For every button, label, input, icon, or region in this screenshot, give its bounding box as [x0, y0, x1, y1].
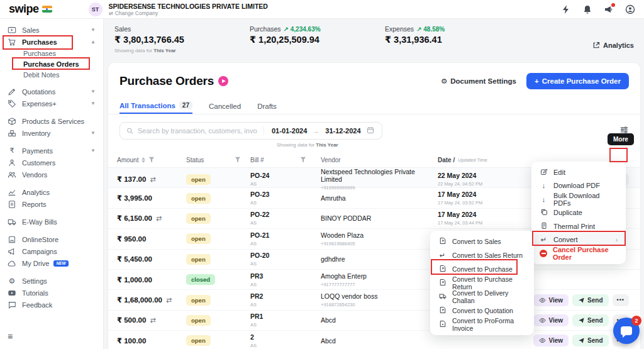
document-settings-button[interactable]: ⚙ Document Settings	[441, 77, 516, 86]
filter-funnel-icon[interactable]	[235, 157, 241, 164]
table-row[interactable]: ₹ 1,000.00 closed PR3AS Amogha Enterp+91…	[108, 270, 640, 290]
sidebar-item-inventory[interactable]: Inventory▼	[0, 127, 103, 139]
convert-submenu: Convert to Sales ↵ Convert to Sales Retu…	[430, 231, 534, 335]
submenu-item-convert-to-sales[interactable]: Convert to Sales	[430, 235, 534, 248]
sidebar-item-settings[interactable]: ⚙ Settings	[0, 275, 103, 287]
announcements-icon[interactable]	[604, 4, 614, 14]
chevron-right-icon: ›	[616, 236, 618, 243]
filter-funnel-icon[interactable]	[148, 157, 155, 164]
eye-icon	[539, 297, 546, 304]
submenu-item-convert-to-sales-return[interactable]: ↵ Convert to Sales Return	[430, 248, 534, 262]
bell-icon[interactable]	[582, 4, 592, 14]
tab-count-badge: 27	[179, 101, 192, 109]
sidebar-subitem-debit-notes[interactable]: Debit Notes	[0, 69, 103, 80]
india-flag-icon	[42, 6, 52, 13]
company-name: SPIDERSENSE TECHNOLOGIES PRIVATE LIMITED	[109, 3, 268, 10]
sidebar-subitem-purchases[interactable]: Purchases	[0, 48, 103, 58]
chart-icon	[8, 188, 16, 197]
sidebar-item-vendors[interactable]: Vendors	[0, 169, 103, 180]
menu-item-cancel-purchase-order[interactable]: Cancel Purchase Order	[531, 247, 626, 260]
chevron-down-icon: ▼	[91, 27, 96, 33]
cloud-icon	[8, 259, 16, 268]
chat-widget-button[interactable]: 2	[613, 318, 640, 344]
external-link-icon	[592, 42, 600, 49]
sidebar-item-feedback[interactable]: Feedback	[0, 299, 103, 311]
chat-bubble-icon	[8, 301, 16, 309]
create-purchase-order-button[interactable]: + Create Purchase Order	[526, 73, 629, 89]
analytics-link[interactable]: Analytics	[592, 36, 634, 53]
view-button[interactable]: View	[533, 314, 569, 326]
sidebar-subitem-purchase-orders[interactable]: Purchase Orders	[0, 58, 103, 69]
table-row[interactable]: ₹ 100.00 open 2AS Abcd View Send •••	[108, 331, 640, 349]
menu-item-download-pdf[interactable]: ↓ Download PDF	[531, 179, 626, 193]
chat-unread-badge: 2	[631, 316, 641, 326]
submenu-item-convert-to-purchase[interactable]: Convert to Purchase	[430, 262, 534, 276]
send-icon	[578, 317, 585, 324]
search-input[interactable]	[138, 127, 257, 135]
status-badge: open	[186, 295, 211, 306]
edit-icon	[540, 168, 548, 177]
sidebar-item-customers[interactable]: Customers	[0, 157, 103, 169]
company-avatar[interactable]: ST	[89, 3, 103, 16]
menu-item-edit[interactable]: Edit	[531, 165, 626, 179]
change-company-link[interactable]: ⇄ Change Company	[109, 10, 268, 16]
eye-icon	[539, 337, 546, 344]
file-info-icon	[438, 320, 447, 329]
convert-swap-icon: ⇄	[150, 175, 155, 184]
return-icon: ↵	[438, 252, 447, 260]
status-badge: open	[186, 233, 211, 244]
sidebar-item-quotations[interactable]: Quotations▼	[0, 86, 103, 97]
send-button[interactable]: Send	[572, 294, 608, 306]
tutorial-play-icon[interactable]	[218, 76, 228, 86]
file-export-icon	[438, 237, 447, 246]
sidebar-item-onlinestore[interactable]: OnlineStore	[0, 233, 103, 245]
sidebar-item-payments[interactable]: ₹ Payments▼	[0, 145, 103, 157]
sidebar-item-sales[interactable]: Sales▼	[0, 24, 103, 36]
more-button[interactable]: •••	[613, 294, 629, 306]
menu-item-bulk-download-pdfs[interactable]: ↓ Bulk Download PDFs	[531, 192, 626, 206]
submenu-item-convert-to-purchase-return[interactable]: Convert to Purchase Return	[430, 276, 534, 290]
sidebar-item-my-drive[interactable]: My Drive NEW	[0, 257, 103, 269]
sidebar-item-purchases[interactable]: Purchases▲	[0, 36, 103, 48]
bolt-icon[interactable]	[561, 4, 571, 14]
table-row[interactable]: ₹ 1,68,000.00⇄ open PR2AS LOQQ vendor bo…	[108, 290, 640, 310]
view-button[interactable]: View	[533, 294, 569, 306]
sidebar-item-campaigns[interactable]: Campaigns	[0, 245, 103, 257]
view-button[interactable]: View	[533, 335, 569, 346]
send-button[interactable]: Send	[572, 335, 608, 346]
status-badge: open	[186, 315, 211, 326]
expenses-value: ₹ 3,31,936.41	[385, 35, 520, 45]
table-row[interactable]: ₹ 500.00⇄ open PR1AS Abcd View Send •••	[108, 311, 640, 331]
submenu-item-convert-to-delivery-challan[interactable]: Convert to Delivery Challan	[430, 290, 534, 304]
stat-expenses: Expenses ↗ 48.58% ₹ 3,31,936.41	[385, 25, 520, 53]
sidebar-item-expenses[interactable]: Expenses+▼	[0, 97, 103, 109]
top-bar: swipe ST SPIDERSENSE TECHNOLOGIES PRIVAT…	[0, 0, 644, 19]
chevron-down-icon: ▼	[91, 101, 96, 106]
sidebar-item-eway-bills[interactable]: E-Way Bills	[0, 216, 103, 228]
status-badge: open	[186, 193, 211, 204]
tab-all-transactions[interactable]: All Transactions 27	[119, 98, 192, 114]
date-range-picker[interactable]: 01-01-2024 → 31-12-2024	[264, 126, 382, 135]
sidebar-item-tutorials[interactable]: Tutorials	[0, 287, 103, 299]
tab-cancelled[interactable]: Cancelled	[209, 98, 241, 114]
cart-icon	[8, 38, 16, 47]
sidebar-item-products-services[interactable]: Products & Services	[0, 115, 103, 127]
sidebar-item-analytics[interactable]: Analytics	[0, 186, 103, 198]
send-button[interactable]: Send	[572, 314, 608, 326]
tab-drafts[interactable]: Drafts	[257, 98, 277, 114]
chat-icon	[621, 326, 632, 335]
rupee-icon: ₹	[8, 147, 16, 155]
menu-item-thermal-print[interactable]: Thermal Print	[531, 219, 626, 233]
search-icon	[126, 127, 133, 135]
arrow-right-icon: →	[313, 127, 319, 135]
swipe-logo: swipe	[9, 3, 39, 16]
menu-item-convert[interactable]: ↵ Convert ›	[531, 233, 626, 247]
submenu-item-convert-to-proforma-invoice[interactable]: Convert to ProForma Invoice	[430, 318, 534, 331]
collapse-sidebar-icon[interactable]: ≡	[8, 331, 17, 341]
sort-icon[interactable]	[142, 157, 145, 163]
menu-item-duplicate[interactable]: Duplicate	[531, 206, 626, 220]
filter-funnel-icon[interactable]	[300, 157, 306, 164]
sidebar-item-reports[interactable]: Reports	[0, 198, 103, 210]
user-account-icon[interactable]	[625, 4, 635, 14]
submenu-item-convert-to-quotation[interactable]: Convert to Quotation	[430, 304, 534, 318]
